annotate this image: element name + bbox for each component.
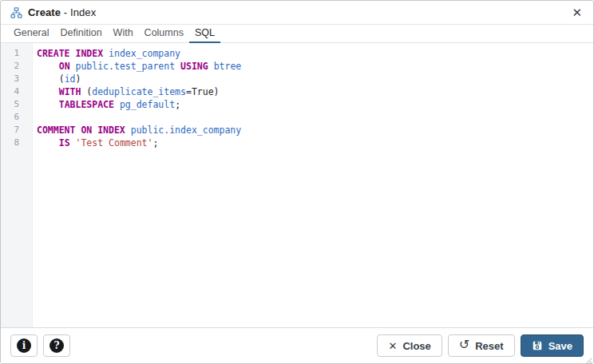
help-button[interactable]: ? <box>43 334 70 357</box>
code-line[interactable] <box>37 111 590 124</box>
close-x-icon: ✕ <box>388 341 397 351</box>
line-number: 7 <box>1 124 32 136</box>
code-line[interactable]: ON public.test_parent USING btree <box>37 60 590 73</box>
save-button[interactable]: Save <box>521 334 584 357</box>
line-number: 8 <box>1 136 32 149</box>
sql-editor[interactable]: 12345678 CREATE INDEX index_company ON p… <box>1 43 593 327</box>
code-line[interactable]: COMMENT ON INDEX public.index_company <box>37 124 590 136</box>
code-line[interactable]: CREATE INDEX index_company <box>37 47 590 60</box>
code-lines[interactable]: CREATE INDEX index_company ON public.tes… <box>33 43 593 327</box>
code-line[interactable]: IS 'Test Comment'; <box>37 136 590 149</box>
code-token: btree <box>214 61 242 72</box>
close-button[interactable]: ✕ Close <box>377 334 442 357</box>
create-index-dialog: Create - Index ✕ General Definition With… <box>0 0 594 364</box>
save-floppy-icon <box>532 340 543 351</box>
code-token: ON <box>59 61 70 72</box>
code-token: index_company <box>109 48 180 59</box>
line-number: 2 <box>1 60 32 73</box>
dialog-title-object: - Index <box>61 6 96 18</box>
tab-general[interactable]: General <box>8 26 54 43</box>
code-token <box>208 61 214 72</box>
info-icon: i <box>17 338 31 353</box>
code-line[interactable]: TABLESPACE pg_default; <box>37 98 590 111</box>
dialog-footer: i ? ✕ Close ↺ Reset Save <box>1 327 593 363</box>
code-token: =True) <box>186 86 220 97</box>
code-token: deduplicate_items <box>92 86 186 97</box>
code-token <box>37 61 59 72</box>
code-token <box>37 137 59 148</box>
tab-columns[interactable]: Columns <box>139 26 189 43</box>
index-sitemap-icon <box>10 7 22 18</box>
tab-sql[interactable]: SQL <box>189 26 220 43</box>
reset-button[interactable]: ↺ Reset <box>448 334 515 357</box>
code-token: TABLESPACE <box>59 99 114 110</box>
tab-bar: General Definition With Columns SQL <box>1 25 593 43</box>
tab-with[interactable]: With <box>108 26 139 43</box>
code-token: IS <box>59 137 70 148</box>
code-token: pg_default <box>120 99 175 110</box>
line-number: 4 <box>1 85 32 98</box>
code-token <box>70 61 76 72</box>
code-token: ) <box>75 73 81 85</box>
reset-arrow-icon: ↺ <box>459 338 469 351</box>
code-token <box>37 86 59 97</box>
question-icon: ? <box>50 338 64 353</box>
code-token: WITH <box>59 86 81 97</box>
code-token: 'Test Comment' <box>76 137 153 148</box>
line-number: 6 <box>1 111 32 124</box>
code-token: id <box>65 73 76 85</box>
dialog-close-icon[interactable]: ✕ <box>570 5 584 20</box>
code-token: public.test_parent <box>76 61 176 72</box>
close-button-label: Close <box>402 340 430 352</box>
resize-grip-icon[interactable] <box>584 354 592 362</box>
code-token: ( <box>37 73 65 85</box>
line-number: 5 <box>1 98 32 111</box>
code-token <box>125 125 131 136</box>
code-token: ( <box>81 86 92 97</box>
dialog-title: Create - Index <box>28 6 96 18</box>
reset-button-label: Reset <box>475 340 503 352</box>
dialog-header: Create - Index ✕ <box>1 1 593 25</box>
code-token: ; <box>175 99 180 110</box>
code-token <box>70 137 76 148</box>
code-token: USING <box>180 61 208 72</box>
tab-definition[interactable]: Definition <box>54 26 107 43</box>
save-button-label: Save <box>548 340 572 352</box>
code-token: ; <box>152 137 158 148</box>
code-token <box>114 99 120 110</box>
code-token <box>37 99 59 110</box>
line-number: 1 <box>1 47 32 60</box>
info-button[interactable]: i <box>10 334 38 357</box>
dialog-title-action: Create <box>28 6 61 18</box>
code-token: public.index_company <box>131 125 241 136</box>
code-line[interactable]: WITH (deduplicate_items=True) <box>37 85 590 98</box>
gutter: 12345678 <box>1 43 33 327</box>
line-number: 3 <box>1 73 32 85</box>
code-token: COMMENT ON INDEX <box>37 125 125 136</box>
code-line[interactable]: (id) <box>37 73 590 85</box>
code-token <box>103 48 109 59</box>
code-token: CREATE INDEX <box>37 48 103 59</box>
